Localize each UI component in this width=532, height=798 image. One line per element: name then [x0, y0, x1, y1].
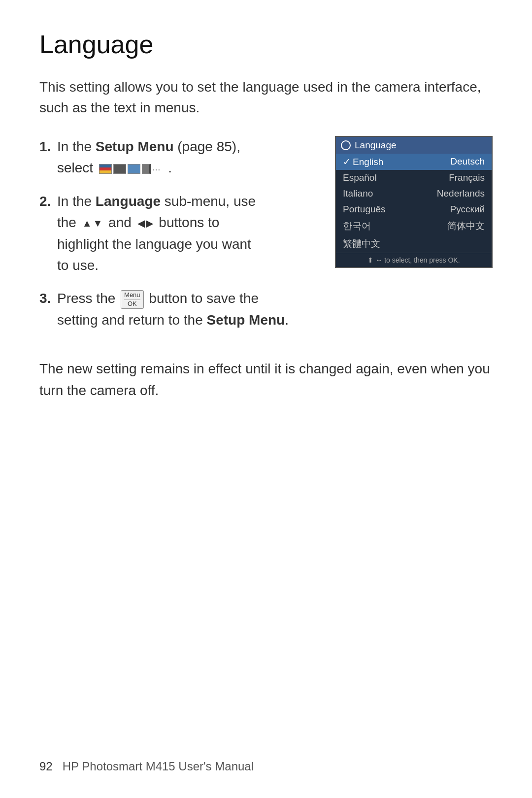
lang-deutsch: Deutsch — [450, 156, 485, 167]
lang-row-english: ✓ English Deutsch — [336, 154, 492, 170]
icon-strip: ··· — [99, 162, 161, 177]
down-arrow: ▼ — [93, 216, 103, 231]
closing-paragraph: The new setting remains in effect until … — [39, 358, 493, 401]
narrow-icon — [142, 164, 151, 174]
nav-arrows-leftright: ◀▶ — [137, 216, 153, 231]
page-footer: 92 HP Photosmart M415 User's Manual — [39, 760, 493, 773]
intro-paragraph: This setting allows you to set the langu… — [39, 77, 493, 118]
lang-korean: 한국어 — [343, 220, 371, 233]
step-2-number: 2. — [39, 191, 51, 276]
lang-francais: Français — [449, 172, 485, 183]
lang-espanol: Español — [343, 172, 377, 183]
camera-screen-body: ✓ English Deutsch Español Français Itali… — [336, 154, 492, 253]
lang-portugues: Português — [343, 204, 386, 215]
step-1-number: 1. — [39, 136, 51, 179]
camera-screen-title: Language — [355, 140, 397, 151]
black-icon — [113, 164, 126, 174]
menu-ok-button-icon: Menu OK — [121, 290, 144, 308]
blue-icon — [128, 164, 140, 174]
step-3-number: 3. — [39, 288, 51, 331]
camera-screen: Language ✓ English Deutsch Español Franç… — [335, 136, 493, 268]
instructions-area: 1. In the Setup Menu (page 85), select ·… — [39, 136, 493, 342]
manual-title: HP Photosmart M415 User's Manual — [63, 760, 254, 773]
lang-row-espanol: Español Français — [336, 170, 492, 186]
lang-row-portugues: Português Русский — [336, 201, 492, 217]
footer-navigation-hint: ⬆ ↔ to select, then press OK. — [367, 256, 460, 264]
lang-english: English — [353, 157, 383, 167]
lang-nederlands: Nederlands — [437, 188, 485, 199]
step-3-text: Press the Menu OK button to save the set… — [57, 288, 315, 331]
camera-screen-header: Language — [336, 137, 492, 154]
globe-icon — [341, 140, 351, 150]
lang-simplified-chinese: 简体中文 — [447, 220, 485, 233]
up-arrow: ▲ — [82, 216, 92, 231]
nav-arrows-updown: ▲▼ — [82, 216, 103, 231]
steps-column: 1. In the Setup Menu (page 85), select ·… — [39, 136, 315, 342]
right-arrow: ▶ — [146, 216, 153, 231]
step-3: 3. Press the Menu OK button to save the … — [39, 288, 315, 331]
step-2: 2. In the Language sub-menu, use the ▲▼ … — [39, 191, 315, 276]
step-2-text: In the Language sub-menu, use the ▲▼ and… — [57, 191, 315, 276]
ellipsis-icon: ··· — [152, 162, 161, 177]
camera-screen-footer: ⬆ ↔ to select, then press OK. — [336, 253, 492, 267]
page-number: 92 — [39, 760, 53, 773]
lang-russian: Русский — [450, 204, 485, 215]
flag-icon — [99, 164, 112, 174]
left-arrow: ◀ — [137, 216, 145, 231]
lang-row-traditional-chinese: 繁體中文 — [336, 235, 492, 253]
checkmark-icon: ✓ — [343, 156, 351, 167]
lang-traditional-chinese: 繁體中文 — [343, 237, 380, 250]
lang-italiano: Italiano — [343, 188, 373, 199]
step-1: 1. In the Setup Menu (page 85), select ·… — [39, 136, 315, 179]
lang-row-italiano: Italiano Nederlands — [336, 186, 492, 201]
page-title: Language — [39, 30, 493, 59]
step-1-text: In the Setup Menu (page 85), select ··· … — [57, 136, 315, 179]
lang-row-korean: 한국어 简体中文 — [336, 217, 492, 235]
